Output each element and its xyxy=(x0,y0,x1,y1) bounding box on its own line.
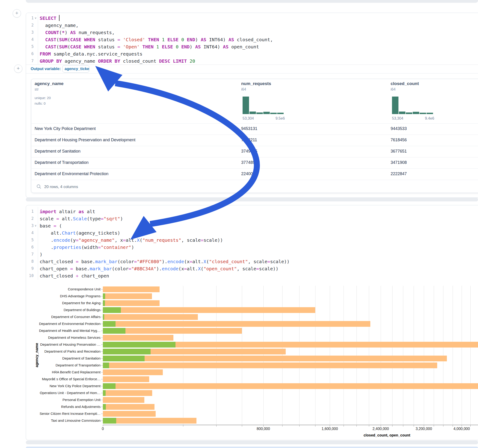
output-variable-bottom-divider xyxy=(26,73,478,74)
add-cell-button-middle[interactable]: + xyxy=(14,64,22,73)
code-token: ) xyxy=(40,252,42,257)
code-token: = xyxy=(117,37,120,42)
chart-x-tick xyxy=(369,425,369,427)
bar-open-count xyxy=(103,314,104,320)
chart-x-tick xyxy=(183,425,183,427)
sql-cell-code-line[interactable]: SELECT xyxy=(40,14,59,22)
code-token: (agency_tickets) xyxy=(76,230,120,236)
code-token: status xyxy=(95,37,117,42)
sql-cell-code-line[interactable]: COUNT(*) AS num_requests, xyxy=(40,29,115,36)
python-cell-code-line[interactable]: .encode(y="agency_name", x=alt.X("num_re… xyxy=(40,236,223,244)
chart-y-label: Department of Health and Mental Hyg… xyxy=(28,329,101,333)
python-cell-line-number: 5 xyxy=(25,238,34,242)
table-cell[interactable]: 9453131 xyxy=(241,126,257,131)
python-cell-code-line[interactable]: import altair as alt xyxy=(40,208,95,215)
code-token xyxy=(120,37,123,42)
sql-cell-code-line[interactable]: GROUP BY agency_name ORDER BY closed_cou… xyxy=(40,57,195,64)
table-cell[interactable]: 2240041 xyxy=(241,171,257,176)
sql-cell-code-line[interactable]: agency_name, xyxy=(40,22,79,29)
code-token: "open_count" xyxy=(204,266,237,272)
column-header-closed_count[interactable]: closed_count xyxy=(391,81,419,86)
histogram-bar xyxy=(256,112,263,114)
chart-x-tick xyxy=(344,425,344,427)
table-cell[interactable]: Department of Housing Preservation and D… xyxy=(35,137,135,143)
chart-y-label: Senior Citizen Rent Increase Exempti… xyxy=(28,412,101,416)
python-cell-code-line[interactable]: chart_closed = base.mark_bar(color="#FFC… xyxy=(40,258,289,265)
table-cell[interactable]: 7782211 xyxy=(241,137,257,143)
table-cell[interactable]: Department of Environmental Protection xyxy=(35,171,108,176)
code-token: ) xyxy=(189,44,195,50)
search-icon[interactable] xyxy=(37,184,42,189)
code-token: END xyxy=(187,37,195,42)
code-token: ( xyxy=(56,37,59,42)
python-cell-code-line[interactable]: chart_open = base.mark_bar(color="#8BC34… xyxy=(40,265,278,272)
python-cell-code-line[interactable]: alt.Chart(agency_tickets) xyxy=(40,229,120,236)
python-cell-code-line[interactable]: chart_closed + chart_open xyxy=(40,272,109,279)
sql-cell-code-line[interactable]: CAST(SUM(CASE WHEN status = 'Closed' THE… xyxy=(40,36,273,43)
bar-open-count xyxy=(103,300,105,306)
sql-gutter-divider xyxy=(38,14,38,64)
chart-x-tick xyxy=(443,425,443,427)
chart-x-tick xyxy=(392,425,392,427)
bar-open-count xyxy=(103,328,126,334)
sql-cell-line-number: 2 xyxy=(25,23,34,27)
bar-closed-count xyxy=(103,362,437,368)
code-token: ). xyxy=(162,259,167,264)
table-cell[interactable]: 9443533 xyxy=(391,126,407,131)
chart-gridline xyxy=(344,286,344,425)
code-token: = xyxy=(256,266,259,272)
code-token: COUNT xyxy=(45,30,59,35)
chevron-down-icon[interactable]: ∨ xyxy=(35,16,37,20)
code-token: Scale xyxy=(73,216,87,221)
sql-cell-code-line[interactable]: FROM sample_data.nyc.service_requests xyxy=(40,50,143,57)
chart-y-tick xyxy=(101,386,103,386)
table-cell[interactable]: 2222847 xyxy=(391,171,407,176)
column-type: str xyxy=(35,87,39,92)
python-cell-code-line[interactable]: .properties(width="container") xyxy=(40,244,134,251)
code-token: ELSE xyxy=(167,37,178,42)
column-header-agency_name[interactable]: agency_name xyxy=(35,81,64,86)
table-cell[interactable]: New York City Police Department xyxy=(35,126,96,131)
column-header-num_requests[interactable]: num_requests xyxy=(241,81,271,86)
table-cell[interactable]: 3677651 xyxy=(391,149,407,154)
column-type: i64 xyxy=(391,87,396,92)
code-token: open_count xyxy=(228,44,259,50)
chart-x-tick xyxy=(103,425,103,427)
code-token: , scale xyxy=(237,266,256,272)
sql-cell-code-line[interactable]: CAST(SUM(CASE WHEN status = 'Open' THEN … xyxy=(40,43,259,50)
table-footer-summary: 20 rows, 4 columns xyxy=(44,185,78,189)
chart-y-label: New York City Police Department xyxy=(28,384,101,388)
code-token: CASE xyxy=(70,37,81,42)
code-token: 1 xyxy=(162,37,165,42)
table-cell[interactable]: 7618456 xyxy=(391,137,407,143)
code-token: ( xyxy=(67,37,70,42)
python-cell-code-line[interactable]: ) xyxy=(40,251,42,258)
code-token xyxy=(178,44,181,50)
code-token: WHEN xyxy=(84,37,95,42)
chart-gridline xyxy=(263,286,264,425)
table-cell[interactable]: Department of Transportation xyxy=(35,160,88,165)
table-cell[interactable]: 3774892 xyxy=(241,160,257,165)
chart-gridline xyxy=(403,286,403,425)
code-token xyxy=(145,37,148,42)
table-cell[interactable]: Department of Sanitation xyxy=(35,149,81,154)
output-variable-pill[interactable]: agency_tickets xyxy=(62,65,89,73)
code-token: 'Closed' xyxy=(123,37,145,42)
table-row-separator xyxy=(31,135,478,135)
bar-closed-count xyxy=(103,307,315,313)
add-cell-button-top[interactable]: + xyxy=(13,9,21,18)
code-token: ( xyxy=(56,44,59,50)
chart-x-tick xyxy=(424,425,424,427)
table-cell[interactable]: 3749485 xyxy=(241,149,257,154)
chart-y-tick xyxy=(101,324,103,324)
python-cell-code-line[interactable]: scale = alt.Scale(type="sqrt") xyxy=(40,215,123,222)
bar-open-count xyxy=(103,349,151,355)
sql-cell-line-number: 1 xyxy=(25,16,34,20)
chevron-down-icon[interactable]: ∨ xyxy=(35,224,37,227)
python-cell-code-line[interactable]: base = ( xyxy=(40,222,62,229)
output-variable-label: Output variable: xyxy=(31,67,61,71)
code-token: = xyxy=(189,259,192,264)
chart-x-tick-label: 0 xyxy=(102,427,104,431)
sql-cell-line-number: 4 xyxy=(25,37,34,42)
table-cell[interactable]: 3471908 xyxy=(391,160,407,165)
